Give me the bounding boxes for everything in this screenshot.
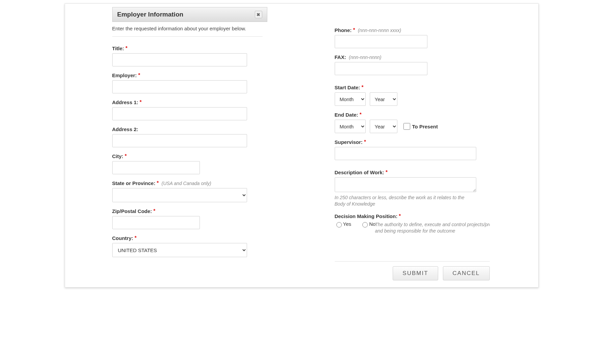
label-description: Description of Work: xyxy=(335,170,384,175)
panel-title-text: Employer Information xyxy=(117,11,183,18)
button-row: SUBMIT CANCEL xyxy=(335,266,490,280)
cancel-button[interactable]: CANCEL xyxy=(443,266,490,280)
left-scroll-area[interactable]: Enter the requested information about yo… xyxy=(112,24,267,267)
phone-input[interactable] xyxy=(335,35,427,48)
divider xyxy=(335,261,490,262)
required-icon: * xyxy=(140,99,142,104)
city-input[interactable] xyxy=(112,161,200,174)
label-country: Country: xyxy=(112,235,133,241)
hint-fax: (nnn-nnn-nnnn) xyxy=(349,55,382,60)
end-year-select[interactable]: Year xyxy=(370,120,397,133)
end-month-select[interactable]: Month xyxy=(335,120,366,133)
decision-helper: The authority to define, execute and con… xyxy=(375,221,490,234)
right-column: Phone: * (nnn-nnn-nnnn xxxx) FAX: (nnn-n… xyxy=(335,7,490,280)
radio-yes-label[interactable]: Yes xyxy=(335,221,351,227)
label-to-present: To Present xyxy=(412,124,438,129)
label-fax: FAX: xyxy=(335,54,346,60)
description-input[interactable] xyxy=(335,177,476,192)
required-icon: * xyxy=(386,169,388,175)
close-icon[interactable]: ✖ xyxy=(255,11,262,18)
address1-input[interactable] xyxy=(112,107,247,120)
label-start-date: Start Date: xyxy=(335,85,360,90)
required-icon: * xyxy=(399,213,401,218)
required-icon: * xyxy=(153,208,155,213)
start-month-select[interactable]: Month xyxy=(335,92,366,106)
divider xyxy=(112,36,263,37)
field-description: Description of Work: * In 250 characters… xyxy=(335,170,484,207)
title-input[interactable] xyxy=(112,53,247,66)
zip-input[interactable] xyxy=(112,216,200,229)
required-icon: * xyxy=(138,72,140,78)
label-end-date: End Date: xyxy=(335,112,358,118)
label-decision: Decision Making Position: xyxy=(335,213,398,219)
radio-no-label[interactable]: No xyxy=(361,221,375,227)
required-icon: * xyxy=(125,153,127,158)
form-container: Employer Information ✖ Enter the request… xyxy=(65,3,539,287)
hint-phone: (nnn-nnn-nnnn xxxx) xyxy=(358,28,401,33)
required-icon: * xyxy=(134,235,137,240)
description-helper: In 250 characters or less, describe the … xyxy=(335,194,476,207)
required-icon: * xyxy=(157,180,159,185)
radio-no[interactable] xyxy=(362,222,368,228)
field-employer: Employer: * xyxy=(112,72,263,93)
supervisor-input[interactable] xyxy=(335,147,476,160)
field-state: State or Province: * (USA and Canada onl… xyxy=(112,180,263,202)
left-column: Employer Information ✖ Enter the request… xyxy=(112,7,267,267)
panel-intro: Enter the requested information about yo… xyxy=(112,24,263,33)
field-decision: Decision Making Position: * Yes No The a… xyxy=(335,213,484,234)
label-phone: Phone: xyxy=(335,27,352,33)
field-fax: FAX: (nnn-nnn-nnnn) xyxy=(335,54,484,75)
field-phone: Phone: * (nnn-nnn-nnnn xxxx) xyxy=(335,27,484,48)
employer-input[interactable] xyxy=(112,80,247,93)
field-city: City: * xyxy=(112,153,263,174)
label-address1: Address 1: xyxy=(112,99,139,105)
panel-title-bar: Employer Information ✖ xyxy=(112,7,267,22)
field-title: Title: * xyxy=(112,46,263,66)
field-start-date: Start Date: * Month Year xyxy=(335,85,484,106)
country-select[interactable]: UNITED STATES xyxy=(112,243,247,257)
state-select[interactable] xyxy=(112,188,247,202)
field-address2: Address 2: xyxy=(112,126,263,147)
label-employer: Employer: xyxy=(112,72,137,78)
label-city: City: xyxy=(112,153,123,159)
field-end-date: End Date: * Month Year To Present xyxy=(335,112,484,133)
field-address1: Address 1: * xyxy=(112,99,263,120)
hint-state: (USA and Canada only) xyxy=(161,181,211,186)
field-zip: Zip/Postal Code: * xyxy=(112,208,263,229)
label-title: Title: xyxy=(112,46,124,51)
required-icon: * xyxy=(364,139,366,144)
label-address2: Address 2: xyxy=(112,126,139,132)
to-present-checkbox[interactable] xyxy=(403,123,410,130)
start-year-select[interactable]: Year xyxy=(370,92,397,106)
fax-input[interactable] xyxy=(335,62,427,75)
label-supervisor: Supervisor: xyxy=(335,139,363,145)
required-icon: * xyxy=(362,84,364,90)
required-icon: * xyxy=(360,111,362,117)
label-zip: Zip/Postal Code: xyxy=(112,208,152,214)
label-state: State or Province: xyxy=(112,180,155,186)
field-country: Country: * UNITED STATES xyxy=(112,235,263,257)
radio-yes[interactable] xyxy=(336,222,342,228)
field-supervisor: Supervisor: * xyxy=(335,139,484,160)
required-icon: * xyxy=(125,45,127,51)
required-icon: * xyxy=(353,27,355,32)
submit-button[interactable]: SUBMIT xyxy=(393,266,438,280)
right-scroll-area[interactable]: Phone: * (nnn-nnn-nnnn xxxx) FAX: (nnn-n… xyxy=(335,27,490,256)
address2-input[interactable] xyxy=(112,134,247,147)
